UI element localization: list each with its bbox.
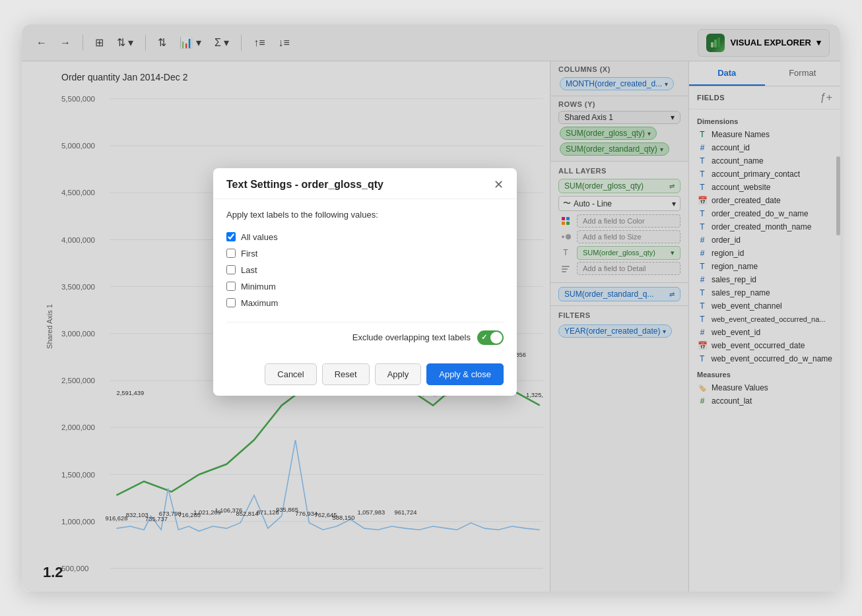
checkbox-last[interactable]: Last: [226, 262, 504, 278]
checkbox-last-label: Last: [241, 265, 257, 275]
checkbox-all-values-label: All values: [241, 232, 278, 242]
checkbox-last-input[interactable]: [226, 265, 236, 274]
checkbox-maximum-input[interactable]: [226, 298, 236, 307]
toggle-checkmark: ✓: [481, 333, 487, 342]
checkbox-minimum-label: Minimum: [241, 282, 276, 292]
checkbox-first-label: First: [241, 249, 257, 259]
dialog-overlay: Text Settings - order_gloss_qty ✕ Apply …: [22, 24, 840, 592]
dialog-body: Apply text labels to the following value…: [213, 199, 517, 355]
dialog-close-button[interactable]: ✕: [494, 179, 504, 191]
apply-button[interactable]: Apply: [375, 363, 422, 385]
reset-button[interactable]: Reset: [322, 363, 370, 385]
cancel-button[interactable]: Cancel: [265, 363, 316, 385]
checkbox-all-values[interactable]: All values: [226, 229, 504, 245]
main-window: ← → ⊞ ⇅ ▾ ⇅ 📊 ▾ Σ ▾ ↑≡ ↓≡ VISUAL EXPLORE…: [22, 24, 840, 592]
checkbox-minimum-input[interactable]: [226, 282, 236, 291]
checkbox-first-input[interactable]: [226, 249, 236, 258]
dialog-footer: Cancel Reset Apply Apply & close: [213, 355, 517, 396]
checkbox-first[interactable]: First: [226, 245, 504, 262]
dialog-header: Text Settings - order_gloss_qty ✕: [213, 168, 517, 199]
text-settings-dialog: Text Settings - order_gloss_qty ✕ Apply …: [213, 168, 517, 396]
apply-close-button[interactable]: Apply & close: [426, 363, 504, 385]
dialog-title: Text Settings - order_gloss_qty: [226, 179, 383, 191]
exclude-row: Exclude overlapping text labels ✓: [226, 322, 504, 345]
checkbox-all-values-input[interactable]: [226, 232, 236, 241]
dialog-description: Apply text labels to the following value…: [226, 210, 504, 220]
checkbox-minimum[interactable]: Minimum: [226, 278, 504, 295]
exclude-label: Exclude overlapping text labels: [352, 332, 471, 342]
checkbox-maximum-label: Maximum: [241, 298, 278, 308]
exclude-toggle[interactable]: ✓: [477, 330, 504, 345]
checkbox-maximum[interactable]: Maximum: [226, 295, 504, 311]
